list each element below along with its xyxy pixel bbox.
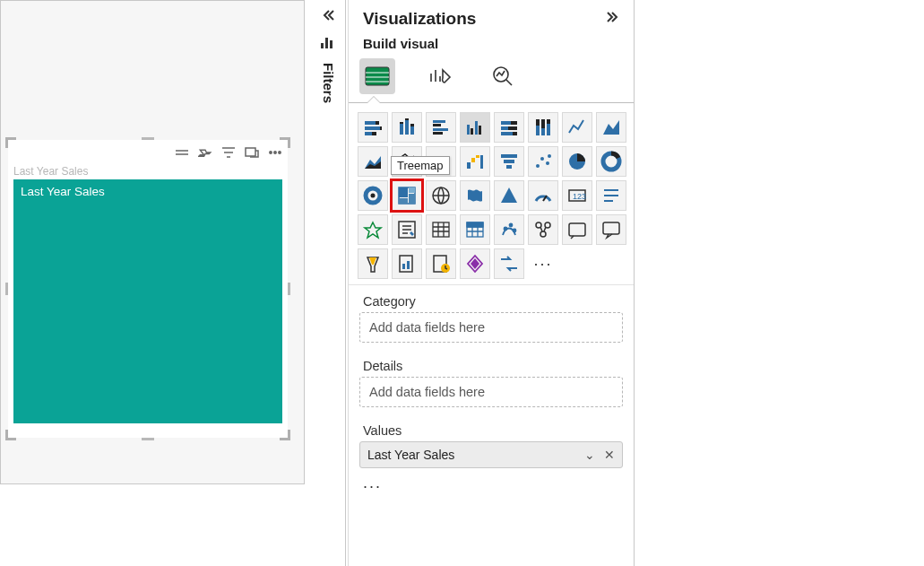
svg-point-73 xyxy=(540,231,546,237)
viz-stacked-area[interactable] xyxy=(358,146,388,177)
svg-rect-75 xyxy=(603,222,619,234)
viz-pie[interactable] xyxy=(562,146,592,177)
svg-rect-18 xyxy=(433,120,445,123)
viz-line-column[interactable] xyxy=(392,146,422,177)
resize-handle-top[interactable] xyxy=(142,137,154,140)
svg-rect-6 xyxy=(365,121,376,125)
treemap-visual[interactable]: Last Year Sales xyxy=(13,179,282,423)
viz-python[interactable] xyxy=(528,214,558,245)
section-details-label: Details xyxy=(349,350,634,373)
viz-stacked-column[interactable] xyxy=(392,112,422,143)
resize-handle-bottom[interactable] xyxy=(142,438,154,440)
viz-waterfall[interactable] xyxy=(460,146,490,177)
tab-analytics[interactable] xyxy=(485,58,521,94)
svg-point-70 xyxy=(514,230,516,232)
resize-corner-tr[interactable] xyxy=(280,137,290,148)
viz-narrative[interactable] xyxy=(392,248,422,279)
viz-filled-map[interactable] xyxy=(460,180,490,211)
viz-funnel[interactable] xyxy=(494,146,524,177)
viz-clustered-bar[interactable] xyxy=(426,112,456,143)
svg-point-2 xyxy=(274,152,276,153)
viz-matrix[interactable] xyxy=(460,214,490,245)
viz-r[interactable] xyxy=(494,214,524,245)
viz-powerapps[interactable] xyxy=(460,248,490,279)
viz-slicer[interactable] xyxy=(392,214,422,245)
drag-icon[interactable] xyxy=(175,145,189,160)
svg-rect-31 xyxy=(513,132,517,135)
svg-rect-33 xyxy=(536,119,540,126)
viz-more[interactable]: ··· xyxy=(528,248,558,279)
section-values-label: Values xyxy=(349,414,634,438)
svg-rect-19 xyxy=(433,124,441,126)
svg-rect-22 xyxy=(467,125,470,135)
viz-card[interactable]: 123 xyxy=(562,180,592,211)
svg-rect-59 xyxy=(409,194,415,204)
collapse-icon[interactable] xyxy=(322,9,336,25)
svg-rect-9 xyxy=(376,121,379,125)
chevron-down-icon[interactable]: ⌄ xyxy=(584,448,595,462)
well-category[interactable]: Add data fields here xyxy=(359,312,623,343)
report-canvas: Last Year Sales Last Year Sales xyxy=(0,0,305,484)
well-details[interactable]: Add data fields here xyxy=(359,377,623,407)
remove-field-icon[interactable]: ✕ xyxy=(604,448,615,462)
focus-icon[interactable] xyxy=(245,145,259,160)
expand-icon[interactable] xyxy=(605,11,619,27)
svg-rect-16 xyxy=(405,118,409,120)
pin-icon[interactable] xyxy=(198,145,212,160)
svg-rect-76 xyxy=(400,256,412,272)
viz-kpi[interactable] xyxy=(358,214,388,245)
svg-rect-24 xyxy=(475,121,478,135)
viz-map[interactable] xyxy=(426,180,456,211)
viz-ribbon[interactable] xyxy=(426,146,456,177)
viz-line[interactable] xyxy=(562,112,592,143)
svg-rect-29 xyxy=(508,126,517,130)
pane-tabs xyxy=(349,57,634,94)
filter-icon[interactable] xyxy=(221,145,236,160)
viz-stacked-bar[interactable] xyxy=(358,112,388,143)
svg-rect-41 xyxy=(467,162,471,169)
svg-rect-67 xyxy=(467,222,483,227)
svg-rect-25 xyxy=(479,126,481,135)
viz-area[interactable] xyxy=(596,112,626,143)
svg-rect-35 xyxy=(541,119,545,128)
svg-rect-39 xyxy=(405,157,409,169)
more-sections[interactable]: ··· xyxy=(349,475,634,498)
viz-scatter[interactable] xyxy=(528,146,558,177)
tab-format[interactable] xyxy=(422,58,458,94)
viz-donut-2[interactable] xyxy=(358,180,388,211)
viz-azure-map[interactable] xyxy=(494,180,524,211)
viz-paginated[interactable] xyxy=(426,248,456,279)
resize-corner-bl[interactable] xyxy=(5,430,16,440)
viz-qa[interactable] xyxy=(596,214,626,245)
resize-handle-right[interactable] xyxy=(288,283,290,295)
viz-powerautomate[interactable] xyxy=(494,248,524,279)
viz-100-stacked-column[interactable] xyxy=(528,112,558,143)
viz-decomposition[interactable] xyxy=(358,248,388,279)
tab-indicator xyxy=(349,94,634,103)
viz-treemap[interactable]: Treemap xyxy=(392,180,422,211)
resize-handle-left[interactable] xyxy=(5,283,8,295)
viz-multi-row-card[interactable] xyxy=(596,180,626,211)
resize-corner-br[interactable] xyxy=(280,430,290,440)
viz-donut[interactable] xyxy=(596,146,626,177)
svg-rect-47 xyxy=(506,165,512,169)
selected-visual[interactable]: Last Year Sales Last Year Sales xyxy=(8,140,288,438)
filters-pane-collapsed[interactable]: Filters xyxy=(312,0,346,566)
svg-point-48 xyxy=(536,164,540,168)
resize-corner-tl[interactable] xyxy=(5,137,16,148)
svg-text:123: 123 xyxy=(573,192,586,201)
well-values-field[interactable]: Last Year Sales ⌄ ✕ xyxy=(359,441,623,468)
svg-point-69 xyxy=(510,224,513,227)
svg-rect-60 xyxy=(399,198,408,204)
viz-key-influencers[interactable] xyxy=(562,214,592,245)
viz-100-stacked-bar[interactable] xyxy=(494,112,524,143)
viz-clustered-column[interactable] xyxy=(460,112,490,143)
visualizations-pane: Visualizations Build visual xyxy=(348,0,635,566)
tab-build-visual[interactable] xyxy=(359,58,395,94)
viz-table[interactable] xyxy=(426,214,456,245)
svg-rect-43 xyxy=(476,155,479,158)
pane-title: Visualizations xyxy=(363,9,476,29)
viz-gauge[interactable] xyxy=(528,180,558,211)
svg-rect-58 xyxy=(409,187,415,193)
svg-rect-46 xyxy=(504,160,514,163)
